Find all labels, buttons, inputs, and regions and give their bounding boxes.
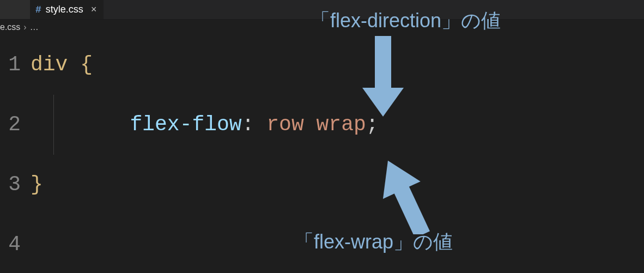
tab-style-css[interactable]: # style.css × [30,0,104,19]
token-indent [31,114,130,135]
token-selector: div [31,54,68,75]
token-space [68,54,80,75]
token-property: flex-flow [130,114,241,135]
close-icon[interactable]: × [91,5,97,15]
tab-title: style.css [46,4,83,15]
line-number: 2 [0,95,21,155]
token-semicolon: ; [366,114,379,135]
token-space [304,114,317,135]
token-open-brace: { [80,54,93,75]
line-number-gutter: 1 2 3 4 [0,35,31,273]
token-close-brace: } [31,174,43,195]
token-value-wrap: wrap [317,114,366,135]
token-colon: : [242,114,254,135]
chevron-right-icon: › [23,22,26,32]
breadcrumb[interactable]: e.css › … [0,20,644,35]
line-number: 1 [0,35,21,95]
line-number: 4 [0,215,21,273]
breadcrumb-file[interactable]: e.css [0,22,20,32]
token-value-row: row [266,114,303,135]
token-space [254,114,266,135]
code-line-4[interactable] [31,215,644,273]
code-editor[interactable]: 1 2 3 4 div { flex-flow: row wrap; } [0,35,644,273]
breadcrumb-ellipsis[interactable]: … [30,22,39,32]
line-number: 3 [0,155,21,215]
tab-bar: # style.css × [0,0,644,20]
indent-guide [53,95,54,155]
code-area[interactable]: div { flex-flow: row wrap; } [31,35,644,273]
code-line-1[interactable]: div { [31,35,644,95]
tab-spacer [0,0,30,19]
css-file-icon: # [35,4,41,15]
code-line-2[interactable]: flex-flow: row wrap; [31,95,644,155]
code-line-3[interactable]: } [31,155,644,215]
